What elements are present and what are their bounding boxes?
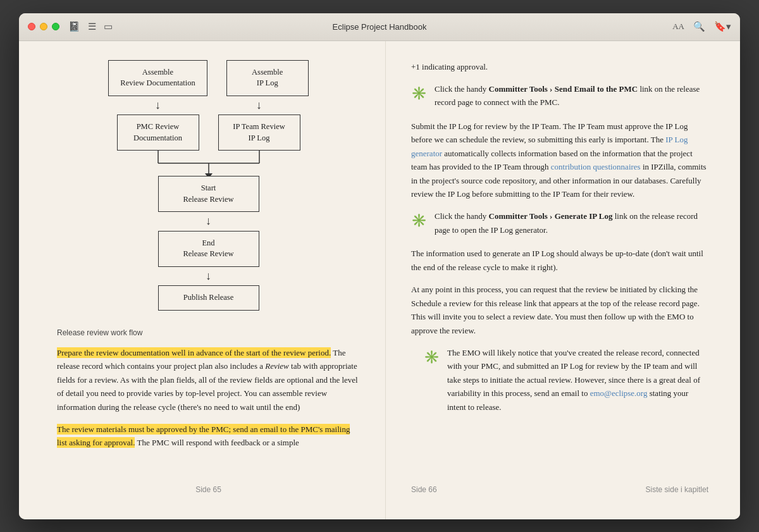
start-release-box: StartRelease Review xyxy=(158,176,259,212)
right-para-ip-log: Submit the IP Log for review by the IP T… xyxy=(411,120,708,201)
right-para-generate: The information used to generate an IP L… xyxy=(411,247,708,274)
assemble-review-box: AssembleReview Documentation xyxy=(108,60,207,96)
pmc-review-box: PMC ReviewDocumentation xyxy=(117,114,199,151)
list-icon: ☰ xyxy=(88,21,96,32)
emo-tip-text: The EMO will likely notice that you've c… xyxy=(447,346,708,414)
minimize-button[interactable] xyxy=(40,23,47,30)
left-para-2: The review materials must be approved by… xyxy=(57,423,360,450)
review-italic: Review xyxy=(265,361,289,371)
emo-tip-block: ✳️ The EMO will likely notice that you'v… xyxy=(424,346,708,414)
font-size-icon[interactable]: AA xyxy=(672,22,684,32)
merge-section xyxy=(111,151,307,176)
arrow-down-icon: ↓ xyxy=(155,99,161,113)
right-para-schedule: At any point in this process, you can re… xyxy=(411,283,708,337)
highlight-1: Prepare the review documentation well in… xyxy=(57,347,331,358)
arrow-down-icon: ↓ xyxy=(256,99,262,113)
left-para-1: Prepare the review documentation well in… xyxy=(57,346,360,414)
tip-block-2: ✳️ Click the handy Committer Tools › Gen… xyxy=(411,209,708,237)
merge-svg xyxy=(111,151,307,176)
assemble-ip-box: AssembleIP Log xyxy=(226,60,309,96)
tip-icon-1: ✳️ xyxy=(411,83,427,104)
chapter-end-label: Siste side i kapitlet xyxy=(646,485,708,494)
emo-email-link[interactable]: emo@eclipse.org xyxy=(590,388,648,398)
arrow-right-1: ↓ xyxy=(218,96,300,115)
close-button[interactable] xyxy=(28,23,35,30)
right-page: +1 indicating approval. ✳️ Click the han… xyxy=(386,41,740,519)
title-right-actions: AA 🔍 🔖▾ xyxy=(672,21,731,32)
maximize-button[interactable] xyxy=(52,23,59,30)
content-area: AssembleReview Documentation AssembleIP … xyxy=(19,41,740,519)
traffic-lights xyxy=(28,23,59,30)
titlebar: 📓 ☰ ▭ Eclipse Project Handbook AA 🔍 🔖▾ xyxy=(19,13,740,41)
indented-emo-block: ✳️ The EMO will likely notice that you'v… xyxy=(424,346,708,414)
arrow-left-1: ↓ xyxy=(117,96,199,115)
app-window: 📓 ☰ ▭ Eclipse Project Handbook AA 🔍 🔖▾ A… xyxy=(19,13,740,519)
left-body-text: Prepare the review documentation well in… xyxy=(57,346,360,459)
right-body-text: +1 indicating approval. ✳️ Click the han… xyxy=(411,60,708,424)
tip-block-1: ✳️ Click the handy Committer Tools › Sen… xyxy=(411,82,708,109)
tip-icon-2: ✳️ xyxy=(411,210,427,231)
flow-arrow-2: ↓ xyxy=(206,212,211,231)
flow-arrows-1: ↓ ↓ xyxy=(111,96,307,115)
right-footer: Side 66 Siste side i kapitlet xyxy=(411,479,708,494)
flow-arrow-3: ↓ xyxy=(206,267,211,286)
book-icon: 📓 xyxy=(68,21,80,32)
page-icon: ▭ xyxy=(104,21,113,32)
committer-tools-label-1: Committer Tools › Send Email to the PMC xyxy=(489,84,638,94)
tip-text-2: Click the handy Committer Tools › Genera… xyxy=(435,209,708,237)
highlight-2: The review materials must be approved by… xyxy=(57,424,350,448)
toolbar-icons: 📓 ☰ ▭ xyxy=(68,21,113,32)
arrow-down-icon: ↓ xyxy=(206,214,211,228)
arrow-down-icon: ↓ xyxy=(206,269,211,283)
committer-tools-label-2: Committer Tools › Generate IP Log xyxy=(489,211,613,221)
publish-release-box: Publish Release xyxy=(158,285,259,311)
flowchart-caption: Release review work flow xyxy=(57,328,142,337)
ip-log-generator-link[interactable]: IP Log generator xyxy=(411,135,688,158)
window-title: Eclipse Project Handbook xyxy=(333,22,427,32)
contribution-questionnaires-link[interactable]: contribution questionnaires xyxy=(551,162,641,171)
page-number-left: Side 65 xyxy=(195,485,221,494)
flow-top-row: AssembleReview Documentation AssembleIP … xyxy=(108,60,308,96)
bookmark-icon[interactable]: 🔖▾ xyxy=(714,21,731,32)
flow-mid-row: PMC ReviewDocumentation IP Team ReviewIP… xyxy=(117,114,300,151)
left-page: AssembleReview Documentation AssembleIP … xyxy=(19,41,386,519)
right-para-approval: +1 indicating approval. xyxy=(411,60,708,73)
search-icon[interactable]: 🔍 xyxy=(693,21,705,32)
page-number-right: Side 66 xyxy=(411,485,437,494)
left-footer: Side 65 xyxy=(57,479,360,494)
emo-tip-icon: ✳️ xyxy=(424,347,440,368)
flowchart: AssembleReview Documentation AssembleIP … xyxy=(57,60,360,311)
end-release-box: EndRelease Review xyxy=(158,231,259,267)
ip-team-review-box: IP Team ReviewIP Log xyxy=(218,114,300,151)
tip-text-1: Click the handy Committer Tools › Send E… xyxy=(435,82,708,109)
